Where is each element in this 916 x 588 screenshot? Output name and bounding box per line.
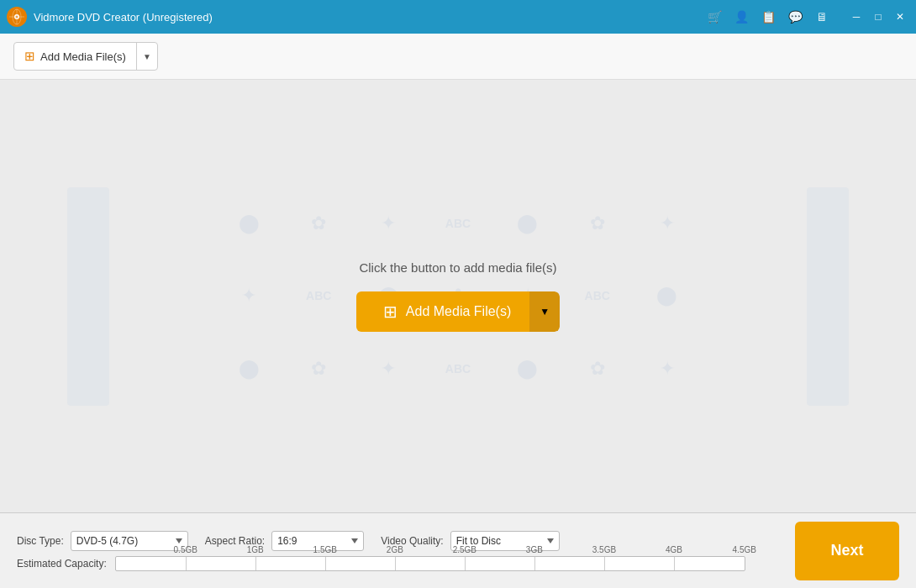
big-add-media-button[interactable]: ⊞ Add Media File(s) ▼ — [356, 291, 560, 332]
next-button[interactable]: Next — [795, 522, 899, 580]
dvd-icon: ABC — [424, 333, 493, 406]
screen-icon[interactable]: 🖥 — [813, 10, 830, 24]
dvd-icon: ✦ — [632, 187, 702, 260]
video-quality-select[interactable]: Fit to Disc High Quality Standard Qualit… — [450, 531, 560, 551]
big-add-label: Add Media File(s) — [406, 304, 511, 319]
big-add-icon: ⊞ — [383, 302, 397, 322]
main-content: ⬤ ✿ ✦ ABC ⬤ ✿ ✦ ✦ ABC ⬤ ✿ ✦ ABC ⬤ ⬤ ✿ ✦ … — [0, 80, 916, 512]
bottom-bar: Disc Type: DVD-5 (4.7G) DVD-9 (8.5G) BD-… — [0, 512, 916, 588]
dvd-icon: ✦ — [214, 260, 284, 333]
add-file-icon: ⊞ — [24, 49, 35, 64]
add-media-label: Add Media File(s) — [40, 50, 126, 63]
add-media-button[interactable]: ⊞ Add Media File(s) ▼ — [13, 42, 158, 71]
minimize-button[interactable]: ─ — [847, 8, 866, 26]
aspect-ratio-label: Aspect Ratio: — [205, 535, 265, 547]
dvd-icon: ⬤ — [214, 187, 284, 260]
dvd-icon: ✦ — [354, 333, 424, 406]
dvd-icon: ⬤ — [492, 333, 562, 406]
video-quality-group: Video Quality: Fit to Disc High Quality … — [381, 531, 560, 551]
title-bar-right: 🛒 👤 📋 💬 🖥 ─ □ ✕ — [706, 8, 909, 26]
app-logo — [7, 7, 27, 27]
bottom-controls: Disc Type: DVD-5 (4.7G) DVD-9 (8.5G) BD-… — [17, 531, 778, 551]
maximize-button[interactable]: □ — [869, 8, 887, 26]
dvd-icon: ⬤ — [632, 260, 702, 333]
aspect-ratio-select[interactable]: 16:9 4:3 — [271, 531, 364, 551]
dvd-icon: ✿ — [562, 333, 632, 406]
bottom-inner: Disc Type: DVD-5 (4.7G) DVD-9 (8.5G) BD-… — [0, 515, 916, 587]
file-icon[interactable]: 📋 — [760, 10, 776, 24]
window-controls: ─ □ ✕ — [847, 8, 909, 26]
disc-type-label: Disc Type: — [17, 535, 64, 547]
capacity-bar: 0.5GB 1GB 1.5GB 2GB 2.5GB 3GB 3.5GB 4GB … — [115, 556, 745, 571]
dvd-icon: ABC — [562, 260, 632, 333]
cart-icon[interactable]: 🛒 — [706, 10, 723, 24]
big-add-dropdown-arrow[interactable]: ▼ — [529, 291, 560, 332]
close-button[interactable]: ✕ — [891, 8, 909, 26]
capacity-row: Estimated Capacity: 0.5GB 1GB 1.5GB 2GB … — [17, 556, 778, 571]
dvd-icon: ABC — [284, 260, 354, 333]
app-title: Vidmore DVD Creator (Unregistered) — [34, 11, 213, 24]
dvd-icon: ✿ — [284, 187, 354, 260]
bottom-left: Disc Type: DVD-5 (4.7G) DVD-9 (8.5G) BD-… — [17, 531, 778, 571]
title-bar-left: Vidmore DVD Creator (Unregistered) — [7, 7, 213, 27]
disc-type-group: Disc Type: DVD-5 (4.7G) DVD-9 (8.5G) BD-… — [17, 531, 188, 551]
dvd-icon: ⬤ — [214, 333, 284, 406]
aspect-ratio-group: Aspect Ratio: 16:9 4:3 — [205, 531, 364, 551]
dvd-icon: ABC — [424, 187, 493, 260]
prompt-text: Click the button to add media file(s) — [359, 260, 556, 275]
big-add-media-main[interactable]: ⊞ Add Media File(s) — [356, 291, 538, 332]
dvd-icon: ✦ — [632, 333, 702, 406]
dvd-icon: ✿ — [562, 187, 632, 260]
estimated-capacity-label: Estimated Capacity: — [17, 558, 107, 570]
disc-type-select[interactable]: DVD-5 (4.7G) DVD-9 (8.5G) BD-25 BD-50 — [71, 531, 188, 551]
dvd-icon: ✿ — [284, 333, 354, 406]
center-overlay: Click the button to add media file(s) ⊞ … — [356, 260, 560, 332]
toolbar: ⊞ Add Media File(s) ▼ — [0, 34, 916, 80]
add-media-dropdown-arrow[interactable]: ▼ — [137, 43, 157, 70]
chat-icon[interactable]: 💬 — [787, 10, 803, 24]
dvd-icon: ⬤ — [492, 187, 562, 260]
add-media-main[interactable]: ⊞ Add Media File(s) — [14, 43, 137, 70]
video-quality-label: Video Quality: — [381, 535, 444, 547]
dvd-icon: ✦ — [354, 187, 424, 260]
title-bar: Vidmore DVD Creator (Unregistered) 🛒 👤 📋… — [0, 0, 916, 34]
user-icon[interactable]: 👤 — [733, 10, 750, 24]
